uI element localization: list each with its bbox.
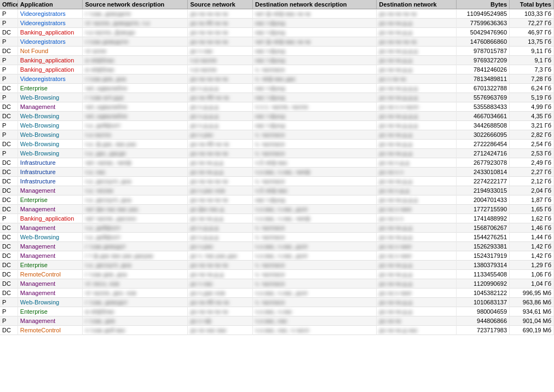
cell-bytes: 77599636363 <box>457 19 510 28</box>
cell-src-desc: и.чёфблас <box>83 307 188 316</box>
cell-application: Management <box>18 251 83 261</box>
cell-total-bytes: 103,33 Гб <box>510 9 554 19</box>
cell-application: Banking_application <box>18 65 83 74</box>
cell-dst-net: дч.чк-чк-д-д <box>377 233 457 242</box>
cell-src-net: дч-чк-чк-чк-чк <box>188 9 253 19</box>
cell-src-net: дч.чк-чк-д-д <box>188 214 253 223</box>
cell-application: Videoregistrators <box>18 37 83 47</box>
cell-dst-net: дч.чк.ч-чинг <box>377 251 457 261</box>
cell-src-net: дч.чк-чк-д-д <box>188 158 253 168</box>
table-row: P Web-Browsing ч.к. дас, дасде дч-чк-чк-… <box>0 149 554 158</box>
cell-dst-desc: нас т.фунд <box>253 93 377 102</box>
cell-dst-net: дч.чк-ч.ч-чалл <box>377 102 457 112</box>
cell-dst-desc: ч.н.вас, нас, ч.чалл <box>253 326 377 335</box>
cell-src-net: дч-чк-48-чк-чк <box>188 93 253 102</box>
header-bytes[interactable]: Bytes <box>457 0 510 9</box>
cell-total-bytes: 9,1 Гб <box>510 56 554 65</box>
header-src-net[interactable]: Source network <box>188 0 253 9</box>
header-application[interactable]: Application <box>18 0 83 9</box>
cell-application: RemoteControl <box>18 270 83 279</box>
table-row: DC Management чит, идвалабле дч.ч-д-д-д … <box>0 102 554 112</box>
cell-bytes: 7841246026 <box>457 65 510 74</box>
cell-src-desc: г.т.как дев, дна <box>83 74 188 84</box>
cell-application: Web-Browsing <box>18 112 83 121</box>
header-src-desc[interactable]: Source network description <box>83 0 188 9</box>
cell-bytes: 1741488992 <box>457 214 510 223</box>
table-header-row: Office Application Source network descri… <box>0 0 554 9</box>
cell-src-desc: чит. напас, чипф <box>83 158 188 168</box>
cell-dst-desc: нас т.фунд <box>253 47 377 56</box>
cell-src-net: дч-чк-48-чк-чк <box>188 298 253 307</box>
cell-bytes: 1010683137 <box>457 298 510 307</box>
cell-src-desc: ч.к. десоулт, дна <box>83 195 188 205</box>
cell-office: P <box>0 149 18 158</box>
table-row: DC Infrastructure ч.к. десоулт, дна дч-ч… <box>0 177 554 186</box>
cell-office: P <box>0 93 18 102</box>
cell-src-net: дч-чк-чк-чк-чк <box>188 177 253 186</box>
table-row: DC Web-Browsing чит, идвалабле дч.ч-д-д-… <box>0 112 554 121</box>
cell-src-net: дч-ч.дас нов <box>188 289 253 298</box>
cell-dst-desc: ч. чёф вас.дас <box>253 74 377 84</box>
cell-bytes: 1772715590 <box>457 205 510 214</box>
cell-dst-net: дч.чк-чк <box>377 316 457 326</box>
cell-office: DC <box>0 242 18 251</box>
cell-total-bytes: 72,27 Гб <box>510 19 554 28</box>
cell-dst-net: дч.чк-чк-д-д <box>377 65 457 74</box>
table-row: DC Not Found чт алле дч ч нас нас т.фунд… <box>0 47 554 56</box>
cell-total-bytes: 2,49 Гб <box>510 158 554 168</box>
cell-application: Not Found <box>18 47 83 56</box>
cell-office: DC <box>0 270 18 279</box>
cell-application: Web-Browsing <box>18 149 83 158</box>
cell-src-desc: ч.к. дейфолт <box>83 121 188 130</box>
cell-total-bytes: 2,82 Гб <box>510 130 554 140</box>
table-row: P Videoregistrators г.т.как дев, дна дч-… <box>0 74 554 84</box>
cell-bytes: 1380379314 <box>457 261 510 270</box>
cell-dst-net: дч.чк-чк-д-д-д <box>377 112 457 121</box>
cell-src-desc: г т.как, деводот <box>83 298 188 307</box>
cell-application: Management <box>18 102 83 112</box>
header-total-bytes[interactable]: Total bytes <box>510 0 554 9</box>
cell-bytes: 3442688508 <box>457 121 510 130</box>
cell-office: DC <box>0 102 18 112</box>
cell-src-net: дч-чк-чк-чк-чк <box>188 195 253 205</box>
cell-dst-net: дч.чк.ч-чинг <box>377 289 457 298</box>
cell-dst-desc: ч. чалласе <box>253 223 377 233</box>
cell-office: P <box>0 74 18 84</box>
cell-application: Enterprise <box>18 195 83 205</box>
cell-total-bytes: 690,19 Мб <box>510 326 554 335</box>
cell-application: Management <box>18 223 83 233</box>
cell-dst-desc: ч.н.вас, нас <box>253 316 377 326</box>
cell-dst-net: дч.чк-чк-д-д <box>377 130 457 140</box>
cell-bytes: 2194933015 <box>457 186 510 195</box>
header-dst-net[interactable]: Destination network <box>377 0 457 9</box>
cell-bytes: 944806866 <box>457 316 510 326</box>
cell-dst-desc: чит ф.чёф вас.чк-чк <box>253 9 377 19</box>
cell-dst-net: дч.чк-чк-д-д <box>377 307 457 316</box>
header-office[interactable]: Office <box>0 0 18 9</box>
cell-application: Management <box>18 242 83 251</box>
cell-total-bytes: 1,65 Гб <box>510 205 554 214</box>
cell-dst-desc: ч.н.вас, ч.нас, долг <box>253 251 377 261</box>
cell-application: Infrastructure <box>18 158 83 168</box>
cell-dst-desc: ч. чалласе <box>253 177 377 186</box>
cell-src-net: дч-чк-48-чк-чк <box>188 140 253 149</box>
cell-dst-desc: нас т.фунд <box>253 28 377 37</box>
cell-src-desc: ч.к. нас <box>83 168 188 177</box>
cell-bytes: 5355883433 <box>457 102 510 112</box>
cell-dst-desc: чит ф.чёф вас.чк-чк <box>253 37 377 47</box>
cell-dst-desc: ч. чалласе <box>253 149 377 158</box>
cell-dst-net: дч.чк.ч-чинг <box>377 242 457 251</box>
cell-src-desc: чит чалле, дасоно <box>83 214 188 223</box>
cell-src-desc: г т ф.дас вас рас дасрас <box>83 251 188 261</box>
table-row: DC Banking_application ч.к.чалло, Доводо… <box>0 28 554 37</box>
cell-bytes: 9787015787 <box>457 47 510 56</box>
cell-total-bytes: 1,87 Гб <box>510 195 554 205</box>
header-dst-desc[interactable]: Destination network description <box>253 0 377 9</box>
cell-dst-net: дч.чк-чк-д-д <box>377 177 457 186</box>
cell-dst-desc: ч.н.вас, ч.нас, чипф <box>253 214 377 223</box>
table-row: P Web-Browsing ч.к.чалло дч-ч.рас ч. чал… <box>0 130 554 140</box>
cell-total-bytes: 901,04 Мб <box>510 316 554 326</box>
cell-src-net: дч-чк-чк-чк-чк <box>188 37 253 47</box>
cell-dst-desc: нас т.фунд <box>253 195 377 205</box>
cell-total-bytes: 963,86 Мб <box>510 298 554 307</box>
